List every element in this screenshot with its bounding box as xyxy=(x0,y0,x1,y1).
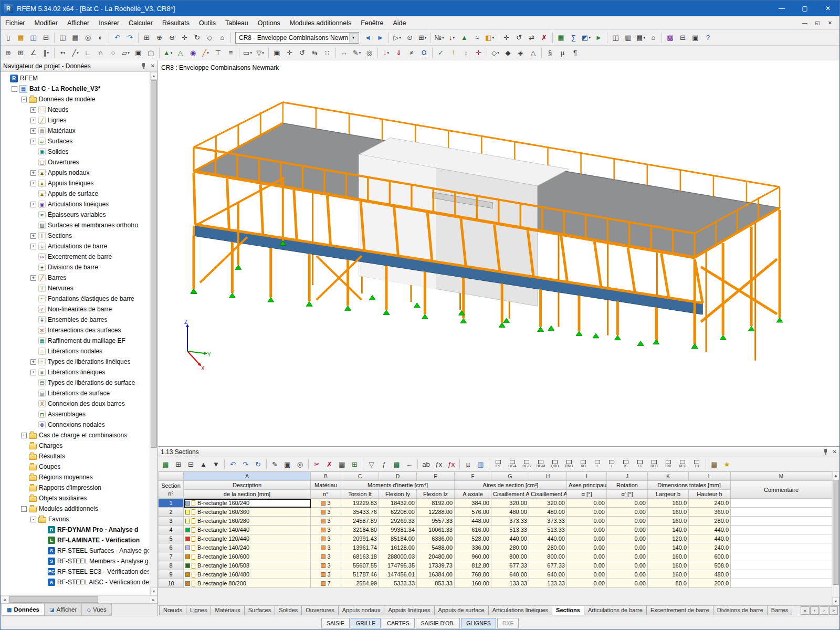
zoom-out-icon[interactable]: ⊖ xyxy=(166,32,178,44)
tree-item-solides[interactable]: ▣Solides xyxy=(1,146,150,157)
close-button[interactable]: ✕ xyxy=(816,1,839,16)
tree-item-surfaces-et-membranes-orthotro[interactable]: ▨Surfaces et membranes orthotro xyxy=(1,220,150,230)
cell-value[interactable]: 5488.00 xyxy=(417,543,455,552)
tree-item-bat-c-la-rochelle-v3[interactable]: -▦Bat C - La Rochelle_V3* xyxy=(1,83,150,94)
new-member-set-icon[interactable]: ≡ xyxy=(225,47,237,59)
cell-value[interactable]: 0.00 xyxy=(567,552,607,561)
minimize-button[interactable]: — xyxy=(770,1,793,16)
expand-icon[interactable]: + xyxy=(30,370,36,375)
cell-value[interactable]: 0.00 xyxy=(607,534,648,543)
section-type-ts-button[interactable]: TS xyxy=(633,458,647,470)
cell-value[interactable]: 12288.00 xyxy=(417,508,455,517)
cell-value[interactable]: 99381.34 xyxy=(379,526,417,534)
menu-r-sultats[interactable]: Résultats xyxy=(158,17,194,29)
header-inertia[interactable]: Moments d'inertie [cm⁴] xyxy=(341,481,455,490)
column-letter-D[interactable]: D xyxy=(379,472,417,481)
tree-item-ensembles-de-barres[interactable]: #Ensembles de barres xyxy=(1,314,150,325)
cell-value[interactable]: 0.00 xyxy=(607,517,648,526)
cell-description[interactable]: B-rectangle 140/240 xyxy=(184,543,311,552)
collapse-icon[interactable]: - xyxy=(12,86,17,92)
scroll-right-icon[interactable]: ► xyxy=(150,596,158,604)
section-type-ro-button[interactable]: RO xyxy=(576,458,590,470)
maximize-button[interactable]: ▢ xyxy=(793,1,816,16)
cell-value[interactable]: 280.0 xyxy=(689,517,731,526)
tree-item-appuis-nodaux[interactable]: +▲Appuis nodaux xyxy=(1,167,150,178)
guidelines-icon[interactable]: ∥▾ xyxy=(40,47,52,59)
insert-row-icon[interactable]: ⊞ xyxy=(172,458,184,470)
header-width-b[interactable]: Largeur b xyxy=(648,490,689,499)
cell-description[interactable]: B-rectangle 120/440 xyxy=(184,534,311,543)
cell-value[interactable]: 6336.00 xyxy=(417,534,455,543)
tree-item-lib-rations-de-surface[interactable]: ▤Libérations de surface xyxy=(1,388,150,398)
cell-value[interactable]: 440.0 xyxy=(689,526,731,534)
last-table-button[interactable]: » xyxy=(829,606,838,615)
measure-icon[interactable]: ↕ xyxy=(460,47,472,59)
header-material[interactable]: Matériau xyxy=(311,481,341,490)
help-icon[interactable]: ? xyxy=(702,32,714,44)
cell-value[interactable]: 0.00 xyxy=(567,517,607,526)
expand-icon[interactable]: + xyxy=(30,170,36,176)
section-type-rec-button[interactable]: REC xyxy=(676,458,689,470)
modules-list-icon[interactable]: ▩ xyxy=(664,32,676,44)
status-glignes-button[interactable]: GLIGNES xyxy=(461,618,496,628)
cell-value[interactable]: 160.0 xyxy=(648,561,689,570)
column-letter-B[interactable]: B xyxy=(311,472,341,481)
cell-comment[interactable] xyxy=(731,508,832,517)
table-tab-n-uds[interactable]: Nœuds xyxy=(159,606,186,615)
cell-value[interactable]: 640.00 xyxy=(491,570,529,579)
doc-restore-icon[interactable]: ◱ xyxy=(811,18,824,28)
cell-comment[interactable] xyxy=(731,517,832,526)
show-loads-icon[interactable]: ↓▾ xyxy=(446,32,458,44)
move-object-icon[interactable]: ✛ xyxy=(284,47,296,59)
cell-value[interactable]: 0.00 xyxy=(607,543,648,552)
check-model-icon[interactable]: ✓ xyxy=(435,47,447,59)
show-deformation-icon[interactable]: ≈ xyxy=(471,32,483,44)
cell-description[interactable]: B-rectangle 160/508 xyxy=(184,561,311,570)
visual-objects-icon[interactable]: ◎ xyxy=(363,47,375,59)
next-table-button[interactable]: › xyxy=(820,606,828,615)
view-yz-icon[interactable]: ◈ xyxy=(514,47,527,59)
cell-value[interactable]: 13961.74 xyxy=(341,543,379,552)
header-dimensions[interactable]: Dimensions totales [mm] xyxy=(648,481,731,490)
combo-dropdown-icon[interactable]: ▾ xyxy=(349,33,358,43)
cell-value[interactable]: 0.00 xyxy=(567,561,607,570)
expand-icon[interactable]: + xyxy=(30,139,36,144)
new-load-combo-icon[interactable]: ⇓ xyxy=(393,47,405,59)
tree-item-r-gions-moyennes[interactable]: Régions moyennes xyxy=(1,472,150,482)
redo-icon[interactable]: ↷ xyxy=(124,32,136,44)
cell-comment[interactable] xyxy=(731,499,832,508)
section-type-he-m-button[interactable]: HE-M xyxy=(534,458,548,470)
cell-value[interactable]: 440.00 xyxy=(529,534,567,543)
tree-item-lignes[interactable]: +╱Lignes xyxy=(1,115,150,125)
cell-value[interactable]: 320.00 xyxy=(529,499,567,508)
row-number[interactable]: 9 xyxy=(159,570,184,579)
cell-value[interactable]: 8192.00 xyxy=(417,499,455,508)
header-section[interactable]: Section n° xyxy=(159,481,184,499)
doc-close-icon[interactable]: ✕ xyxy=(824,18,836,28)
cell-description[interactable]: B-rectangle 140/440 xyxy=(184,526,311,534)
navigator-vertical-scrollbar[interactable]: ▲ ▼ xyxy=(150,72,158,595)
cell-value[interactable]: 160.0 xyxy=(648,499,689,508)
navigator-close-icon[interactable]: ✕ xyxy=(151,63,155,69)
calculate-all-icon[interactable]: ∑ xyxy=(568,32,580,44)
section-type-cir-button[interactable]: CIR xyxy=(662,458,675,470)
cell-value[interactable]: 160.0 xyxy=(648,552,689,561)
cell-material[interactable]: 3 xyxy=(311,534,341,543)
cell-value[interactable]: 17339.73 xyxy=(417,561,455,570)
cell-value[interactable]: 32184.80 xyxy=(341,526,379,534)
tree-item-non-lin-arit-s-de-barre[interactable]: ≠Non-linéarités de barre xyxy=(1,304,150,314)
row-number[interactable]: 6 xyxy=(159,543,184,552)
cell-value[interactable]: 508.0 xyxy=(689,561,731,570)
tree-item-types-de-lib-rations-de-surface[interactable]: ▤Types de libérations de surface xyxy=(1,377,150,388)
new-member-icon[interactable]: ╱▾ xyxy=(200,47,212,59)
new-node-icon[interactable]: •▾ xyxy=(57,47,69,59)
cell-value[interactable]: 373.33 xyxy=(529,517,567,526)
rotate-copy-icon[interactable]: ↺ xyxy=(513,32,525,44)
result-animation-icon[interactable]: ► xyxy=(593,32,605,44)
cell-value[interactable]: 280.00 xyxy=(491,543,529,552)
tree-item-paisseurs-variables[interactable]: ≈Épaisseurs variables xyxy=(1,209,150,220)
pan-view-icon[interactable]: ✛ xyxy=(178,32,191,44)
header-axial-area[interactable]: A axiale xyxy=(455,490,491,499)
tree-item-ouvertures[interactable]: ▢Ouvertures xyxy=(1,157,150,167)
cell-value[interactable]: 160.0 xyxy=(648,570,689,579)
